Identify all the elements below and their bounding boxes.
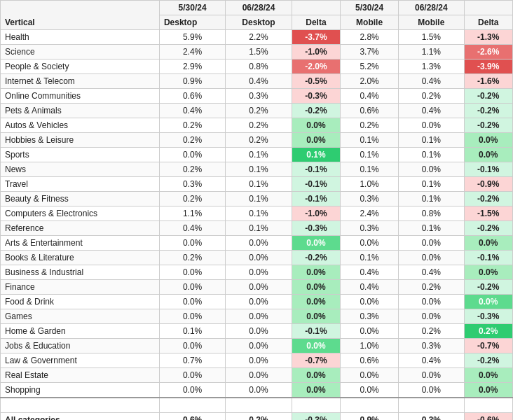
- desktop-delta-cell: 0.0%: [292, 118, 340, 133]
- table-row: Shopping0.0%0.0%0.0%0.0%0.0%0.0%: [1, 383, 513, 398]
- mobile-delta-cell: 0.0%: [464, 295, 512, 309]
- desktop1-cell: 2.4%: [159, 45, 225, 59]
- mobile2-cell: 0.3%: [399, 339, 464, 354]
- desktop2-cell: 0.0%: [226, 383, 292, 398]
- table-row: Finance0.0%0.0%0.0%0.4%0.2%-0.2%: [1, 280, 513, 295]
- mobile2-cell: 0.1%: [399, 177, 464, 192]
- desktop-delta-cell: -0.1%: [292, 324, 340, 339]
- vertical-cell: Reference: [1, 221, 160, 236]
- vertical-cell: Internet & Telecom: [1, 74, 160, 89]
- table-row: Pets & Animals0.4%0.2%-0.2%0.6%0.4%-0.2%: [1, 104, 513, 118]
- desktop-date2-header: 06/28/24: [226, 1, 292, 15]
- desktop2-cell: 0.2%: [226, 104, 292, 118]
- mobile-delta-cell: -1.6%: [464, 74, 512, 89]
- mobile-delta-cell: -0.2%: [464, 354, 512, 368]
- mobile1-cell: 0.1%: [341, 162, 399, 177]
- vertical-cell: News: [1, 162, 160, 177]
- mobile-date2-header: 06/28/24: [399, 1, 464, 15]
- table-row: Sports0.0%0.1%0.1%0.1%0.1%0.0%: [1, 148, 513, 162]
- mobile-delta-cell: -0.2%: [464, 192, 512, 206]
- desktop2-cell: 0.4%: [226, 74, 292, 89]
- desktop2-cell: 0.0%: [226, 280, 292, 295]
- desktop-delta-cell: 0.0%: [292, 295, 340, 309]
- mobile-delta-cell: 0.0%: [464, 133, 512, 148]
- mobile-delta-cell: -0.2%: [464, 89, 512, 104]
- desktop-delta-cell: -0.1%: [292, 177, 340, 192]
- desktop-delta-cell: -1.0%: [292, 206, 340, 221]
- table-row: Hobbies & Leisure0.2%0.2%0.0%0.1%0.1%0.0…: [1, 133, 513, 148]
- desktop2-cell: 0.0%: [226, 339, 292, 354]
- summary-d1: 0.6%: [159, 413, 225, 421]
- table-row: Science2.4%1.5%-1.0%3.7%1.1%-2.6%: [1, 45, 513, 59]
- mobile2-cell: 0.0%: [399, 118, 464, 133]
- vertical-cell: Science: [1, 45, 160, 59]
- mobile-delta-cell: 0.0%: [464, 368, 512, 383]
- summary-m2: 0.3%: [399, 413, 464, 421]
- mobile1-cell: 2.4%: [341, 206, 399, 221]
- desktop-delta-cell: 0.0%: [292, 309, 340, 324]
- vertical-cell: Autos & Vehicles: [1, 118, 160, 133]
- mobile-delta-cell: 0.0%: [464, 383, 512, 398]
- vertical-cell: Finance: [1, 280, 160, 295]
- desktop-delta-cell: -0.3%: [292, 89, 340, 104]
- desktop1-cell: 0.0%: [159, 265, 225, 280]
- desktop-delta-cell: 0.0%: [292, 339, 340, 354]
- mobile1-cell: 1.0%: [341, 339, 399, 354]
- desktop2-cell: 1.5%: [226, 45, 292, 59]
- mobile1-cell: 0.3%: [341, 192, 399, 206]
- mobile1-cell: 0.3%: [341, 309, 399, 324]
- table-row: Arts & Entertainment0.0%0.0%0.0%0.0%0.0%…: [1, 236, 513, 251]
- desktop-delta-cell: -0.2%: [292, 251, 340, 265]
- desktop-delta-cell: 0.0%: [292, 368, 340, 383]
- desktop2-cell: 0.0%: [226, 236, 292, 251]
- desktop-delta-cell: -0.3%: [292, 221, 340, 236]
- desktop1-cell: 0.4%: [159, 221, 225, 236]
- desktop2-cell: 0.1%: [226, 177, 292, 192]
- desktop-delta-cell: 0.1%: [292, 148, 340, 162]
- main-container: Vertical 5/30/24 06/28/24 5/30/24 06/28/…: [0, 0, 513, 420]
- data-table: Vertical 5/30/24 06/28/24 5/30/24 06/28/…: [0, 0, 513, 420]
- desktop1-cell: 0.7%: [159, 354, 225, 368]
- mobile-delta-cell: -0.2%: [464, 104, 512, 118]
- desktop2-cell: 0.0%: [226, 368, 292, 383]
- mobile2-label: Mobile: [399, 15, 464, 30]
- mobile2-cell: 0.4%: [399, 104, 464, 118]
- mobile2-cell: 0.0%: [399, 162, 464, 177]
- vertical-cell: Arts & Entertainment: [1, 236, 160, 251]
- desktop-delta-cell: 0.0%: [292, 383, 340, 398]
- desktop-delta-cell: 0.0%: [292, 265, 340, 280]
- desktop2-cell: 0.8%: [226, 59, 292, 74]
- desktop-delta-label: Delta: [292, 15, 340, 30]
- mobile-delta-header-empty: [464, 1, 512, 15]
- desktop-delta-cell: -0.1%: [292, 192, 340, 206]
- table-row: Books & Literature0.2%0.0%-0.2%0.1%0.0%-…: [1, 251, 513, 265]
- summary-md: -0.6%: [464, 413, 512, 421]
- header-row-1: Vertical 5/30/24 06/28/24 5/30/24 06/28/…: [1, 1, 513, 15]
- desktop-date1-header: 5/30/24: [159, 1, 225, 15]
- desktop1-cell: 0.0%: [159, 339, 225, 354]
- mobile1-cell: 0.0%: [341, 324, 399, 339]
- mobile1-cell: 0.6%: [341, 104, 399, 118]
- mobile1-cell: 0.0%: [341, 383, 399, 398]
- mobile2-cell: 0.4%: [399, 74, 464, 89]
- mobile-delta-cell: -0.1%: [464, 251, 512, 265]
- vertical-cell: Pets & Animals: [1, 104, 160, 118]
- summary-m1: 0.9%: [341, 413, 399, 421]
- vertical-cell: Shopping: [1, 383, 160, 398]
- mobile1-cell: 0.1%: [341, 133, 399, 148]
- mobile2-cell: 0.0%: [399, 309, 464, 324]
- desktop1-cell: 0.2%: [159, 251, 225, 265]
- vertical-cell: Real Estate: [1, 368, 160, 383]
- table-row: Reference0.4%0.1%-0.3%0.3%0.1%-0.2%: [1, 221, 513, 236]
- mobile1-cell: 5.2%: [341, 59, 399, 74]
- desktop-delta-cell: 0.0%: [292, 133, 340, 148]
- mobile1-cell: 1.0%: [341, 177, 399, 192]
- table-row: Food & Drink0.0%0.0%0.0%0.0%0.0%0.0%: [1, 295, 513, 309]
- desktop2-label: Desktop: [226, 15, 292, 30]
- vertical-cell: Beauty & Fitness: [1, 192, 160, 206]
- mobile1-cell: 0.2%: [341, 118, 399, 133]
- mobile-date1-header: 5/30/24: [341, 1, 399, 15]
- desktop2-cell: 0.0%: [226, 324, 292, 339]
- mobile1-cell: 0.0%: [341, 236, 399, 251]
- desktop-delta-cell: -3.7%: [292, 30, 340, 45]
